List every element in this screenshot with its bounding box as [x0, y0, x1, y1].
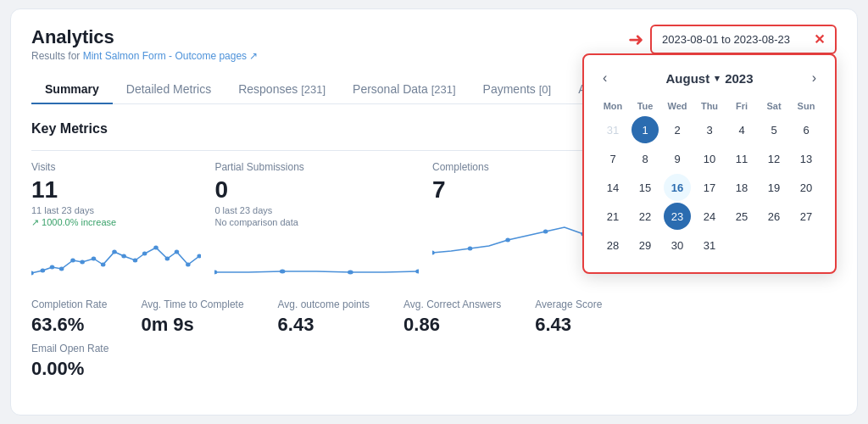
cal-day-18[interactable]: 18 — [728, 174, 755, 201]
tab-detailed-metrics[interactable]: Detailed Metrics — [113, 75, 225, 104]
cal-day-7[interactable]: 7 — [599, 145, 626, 172]
svg-point-6 — [92, 257, 97, 261]
cal-day-8[interactable]: 8 — [632, 145, 659, 172]
metric-avg-time: Avg. Time to Complete 0m 9s — [141, 298, 243, 336]
cal-day-1[interactable]: 1 — [632, 116, 659, 143]
cal-day-19[interactable]: 19 — [760, 174, 787, 201]
cal-day-16[interactable]: 16 — [664, 174, 691, 201]
svg-point-24 — [543, 230, 548, 234]
tab-personal-data[interactable]: Personal Data [231] — [339, 75, 470, 104]
next-month-button[interactable]: › — [807, 69, 821, 87]
cal-day-24[interactable]: 24 — [696, 203, 723, 230]
cal-day-27[interactable]: 27 — [793, 203, 820, 230]
metric-correct-answers: Avg. Correct Answers 0.86 — [403, 298, 501, 336]
day-header-thu: Thu — [694, 98, 725, 114]
avg-time-label: Avg. Time to Complete — [141, 298, 243, 310]
cal-day-2[interactable]: 2 — [664, 116, 691, 143]
metric-partial-value: 0 — [214, 176, 419, 204]
cal-day-13[interactable]: 13 — [793, 145, 820, 172]
extra-metric-row: Email Open Rate 0.00% — [31, 343, 837, 380]
cal-day-22[interactable]: 22 — [632, 203, 659, 230]
chevron-down-icon: ▾ — [715, 73, 720, 84]
outcome-points-value: 6.43 — [278, 314, 370, 336]
svg-point-11 — [142, 252, 147, 256]
svg-point-23 — [505, 238, 510, 243]
metric-visits: Visits 11 11 last 23 days ↗ 1000.0% incr… — [31, 161, 214, 282]
metric-partial-label: Partial Submissions — [214, 161, 419, 173]
sparkline-partial — [214, 234, 419, 281]
avg-time-value: 0m 9s — [141, 314, 243, 336]
svg-point-15 — [186, 263, 191, 267]
cal-day-5[interactable]: 5 — [760, 116, 787, 143]
key-metrics-title: Key Metrics — [31, 121, 108, 137]
arrow-icon: ➜ — [628, 29, 643, 51]
metric-visits-label: Visits — [31, 161, 201, 173]
metric-visits-sub1: 11 last 23 days — [31, 205, 201, 215]
calendar-month-year: August ▾ 2023 — [665, 71, 753, 86]
date-range-bar: ➜ 2023-08-01 to 2023-08-23 ✕ — [628, 25, 837, 54]
cal-day-9[interactable]: 9 — [664, 145, 691, 172]
svg-point-8 — [112, 250, 117, 254]
cal-day-10[interactable]: 10 — [696, 145, 723, 172]
cal-day-empty-2 — [760, 232, 787, 259]
cal-day-14[interactable]: 14 — [599, 174, 626, 201]
svg-point-2 — [50, 265, 55, 270]
metric-completion-rate: Completion Rate 63.6% — [31, 298, 107, 336]
svg-point-5 — [80, 260, 85, 265]
close-date-icon[interactable]: ✕ — [814, 31, 825, 47]
day-header-sat: Sat — [759, 98, 789, 114]
svg-point-12 — [153, 246, 159, 250]
correct-answers-value: 0.86 — [403, 314, 501, 336]
cal-day-26[interactable]: 26 — [760, 203, 787, 230]
completion-rate-value: 63.6% — [31, 314, 107, 336]
metric-partial-sub2: No comparison data — [214, 217, 419, 227]
cal-day-29[interactable]: 29 — [632, 232, 659, 259]
svg-point-17 — [214, 271, 217, 275]
svg-point-20 — [416, 270, 419, 274]
metric-average-score: Average Score 6.43 — [535, 298, 602, 336]
sparkline-completions — [432, 210, 602, 257]
metric-outcome-points: Avg. outcome points 6.43 — [278, 298, 370, 336]
tab-responses[interactable]: Responses [231] — [225, 75, 339, 104]
average-score-value: 6.43 — [535, 314, 602, 336]
svg-point-10 — [133, 259, 138, 263]
cal-day-23[interactable]: 23 — [664, 203, 691, 230]
tab-payments[interactable]: Payments [0] — [470, 75, 565, 104]
svg-point-4 — [70, 259, 75, 263]
svg-point-19 — [348, 271, 353, 275]
email-open-rate-label: Email Open Rate — [31, 343, 837, 354]
svg-point-0 — [31, 271, 34, 276]
svg-point-21 — [432, 251, 435, 255]
average-score-label: Average Score — [535, 298, 602, 310]
cal-day-15[interactable]: 15 — [632, 174, 659, 201]
day-header-tue: Tue — [630, 98, 660, 114]
metric-partial: Partial Submissions 0 0 last 23 days No … — [214, 161, 432, 281]
cal-day-20[interactable]: 20 — [793, 174, 820, 201]
completion-rate-label: Completion Rate — [31, 298, 107, 310]
cal-day-25[interactable]: 25 — [728, 203, 755, 230]
correct-answers-label: Avg. Correct Answers — [403, 298, 501, 310]
day-header-wed: Wed — [662, 98, 693, 114]
cal-day-17[interactable]: 17 — [696, 174, 723, 201]
metric-completions-value: 7 — [432, 176, 602, 204]
cal-day-31-prev[interactable]: 31 — [599, 116, 626, 143]
form-link[interactable]: Mint Salmon Form - Outcome pages ↗ — [83, 50, 259, 62]
metric-completions-label: Completions — [432, 161, 602, 173]
cal-day-28[interactable]: 28 — [599, 232, 626, 259]
tab-summary[interactable]: Summary — [31, 75, 113, 104]
cal-day-30[interactable]: 30 — [664, 232, 691, 259]
cal-day-4[interactable]: 4 — [728, 116, 755, 143]
cal-day-empty-1 — [728, 232, 755, 259]
cal-day-21[interactable]: 21 — [599, 203, 626, 230]
cal-day-3[interactable]: 3 — [696, 116, 723, 143]
cal-day-31[interactable]: 31 — [696, 232, 723, 259]
svg-point-3 — [59, 267, 64, 271]
date-range-input[interactable]: 2023-08-01 to 2023-08-23 ✕ — [650, 25, 837, 54]
svg-point-22 — [468, 247, 473, 251]
bottom-metrics: Completion Rate 63.6% Avg. Time to Compl… — [31, 298, 837, 336]
cal-day-12[interactable]: 12 — [760, 145, 787, 172]
outcome-points-label: Avg. outcome points — [278, 298, 370, 310]
cal-day-11[interactable]: 11 — [728, 145, 755, 172]
cal-day-6[interactable]: 6 — [793, 116, 820, 143]
prev-month-button[interactable]: ‹ — [598, 69, 612, 87]
